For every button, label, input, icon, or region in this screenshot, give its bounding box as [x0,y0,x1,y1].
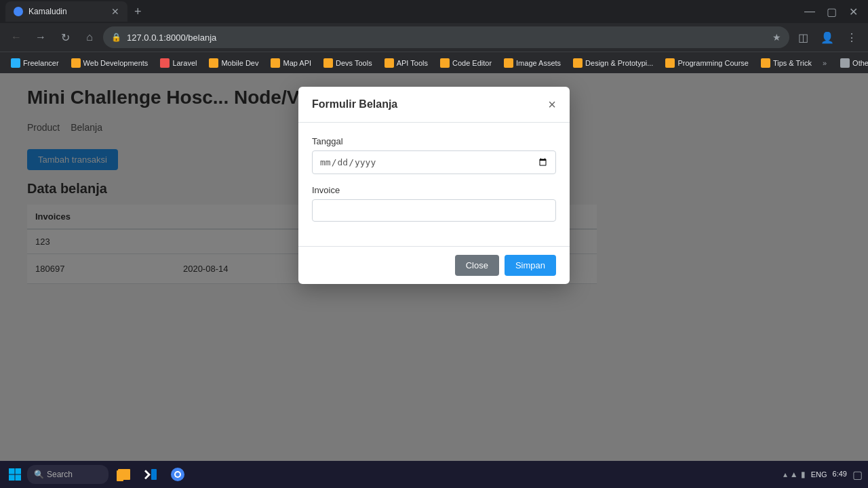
modal-dialog: Formulir Belanja × Tanggal Invoice Close… [298,87,570,284]
taskbar-right: ▴ ▲ ▮ ENG 6:49 ▢ [783,468,863,481]
bookmark-freelancer-icon [11,58,20,68]
clock-time: 6:49 [833,469,847,479]
bookmark-laravel-label: Laravel [172,59,197,67]
bookmark-web-icon [71,58,81,68]
bookmark-web-developments[interactable]: Web Developments [66,57,154,69]
page-background: Mini Challenge Hosc... Node/Vue Manage D… [0,73,868,488]
form-group-tanggal: Tanggal [312,136,556,174]
url-text: 127.0.0.1:8000/belanja [127,33,767,43]
bookmark-code-label: Code Editor [452,59,492,67]
svg-rect-0 [9,468,15,474]
bookmark-star-icon[interactable]: ★ [772,32,781,43]
bookmark-map-icon [271,58,280,68]
new-tab-button[interactable]: + [130,5,146,19]
simpan-button[interactable]: Simpan [505,255,556,276]
taskbar-vscode[interactable] [138,462,163,487]
bookmarks-more-button[interactable]: » [818,58,831,68]
bookmark-api-label: API Tools [397,59,428,67]
close-window-button[interactable]: ✕ [844,2,863,21]
bookmark-code[interactable]: Code Editor [435,57,497,69]
bookmark-other-label: Other bookmarks [852,59,868,67]
bookmark-map-label: Map API [283,59,311,67]
bookmark-tips[interactable]: Tips & Trick [755,57,817,69]
bookmark-image-icon [504,58,513,68]
window-controls: — ▢ ✕ [800,2,863,21]
modal-close-button[interactable]: × [548,98,556,111]
lock-icon: 🔒 [111,33,121,42]
windows-start-button[interactable] [5,465,24,484]
bookmark-tips-icon [761,58,770,68]
svg-rect-5 [118,469,130,480]
bookmark-laravel[interactable]: Laravel [155,57,202,69]
windows-icon [8,468,22,481]
bookmark-image-label: Image Assets [516,59,561,67]
tab-title: Kamaludin [28,7,67,16]
nav-right-controls: ◫ 👤 ⋮ [792,26,863,48]
bookmark-map[interactable]: Map API [265,57,317,69]
invoice-input[interactable] [312,199,556,222]
profile-button[interactable]: 👤 [816,26,838,48]
language-indicator: ENG [811,470,827,479]
address-bar[interactable]: 🔒 127.0.0.1:8000/belanja ★ [103,26,789,48]
reload-button[interactable]: ↻ [54,26,76,48]
vscode-icon [142,466,159,483]
search-icon: 🔍 [34,470,44,479]
bookmark-programming-label: Programming Course [677,59,749,67]
network-icon: ▴ [783,470,787,479]
invoice-label: Invoice [312,185,556,195]
taskbar-clock: 6:49 [833,469,847,479]
bookmark-freelancer[interactable]: Freelancer [5,57,64,69]
form-group-invoice: Invoice [312,185,556,222]
title-bar-left: Kamaludin ✕ + [5,1,146,22]
taskbar-file-explorer[interactable] [111,462,136,487]
minimize-button[interactable]: — [800,2,819,21]
browser-chrome: Kamaludin ✕ + — ▢ ✕ ← → ↻ ⌂ 🔒 127.0.0.1:… [0,0,868,73]
svg-rect-3 [16,475,22,481]
bookmark-design-label: Design & Prototypi... [585,59,653,67]
bookmark-design[interactable]: Design & Prototypi... [568,57,658,69]
show-desktop-button[interactable]: ▢ [852,468,863,481]
home-button[interactable]: ⌂ [79,26,100,48]
bookmark-mobile-icon [209,58,218,68]
bookmark-devs[interactable]: Devs Tools [318,57,378,69]
taskbar-apps [111,462,190,487]
modal-header: Formulir Belanja × [298,87,570,123]
more-options-button[interactable]: ⋮ [841,26,863,48]
tab-favicon [14,7,23,16]
back-button[interactable]: ← [5,26,27,48]
maximize-button[interactable]: ▢ [822,2,841,21]
modal-footer: Close Simpan [298,246,570,284]
bookmark-design-icon [573,58,583,68]
bookmark-mobile-label: Mobile Dev [221,59,258,67]
active-tab[interactable]: Kamaludin ✕ [5,1,127,22]
wifi-icon: ▲ [790,470,798,479]
bookmark-api[interactable]: API Tools [379,57,433,69]
tanggal-input[interactable] [312,150,556,174]
taskbar-chrome[interactable] [165,462,190,487]
svg-rect-6 [151,469,157,480]
bookmark-laravel-icon [160,58,170,68]
bookmark-code-icon [440,58,450,68]
bookmark-image[interactable]: Image Assets [498,57,566,69]
taskbar-search[interactable]: 🔍 Search [27,465,108,484]
bookmark-devs-label: Devs Tools [336,59,372,67]
svg-point-9 [176,472,180,476]
system-tray: ▴ ▲ ▮ [783,470,806,479]
battery-icon: ▮ [801,470,806,479]
bookmark-freelancer-label: Freelancer [23,59,59,67]
bookmark-web-label: Web Developments [83,59,149,67]
bookmark-devs-icon [323,58,333,68]
bookmark-other[interactable]: Other bookmarks [835,57,868,69]
forward-button[interactable]: → [30,26,52,48]
bookmark-mobile[interactable]: Mobile Dev [203,57,264,69]
close-modal-button[interactable]: Close [455,255,499,276]
close-tab-button[interactable]: ✕ [111,6,119,17]
chrome-icon [170,466,186,483]
extensions-button[interactable]: ◫ [792,26,814,48]
modal-body: Tanggal Invoice [298,123,570,246]
svg-rect-2 [9,475,15,481]
bookmark-programming-icon [665,58,675,68]
bookmark-programming[interactable]: Programming Course [660,57,754,69]
svg-rect-1 [16,468,22,474]
bookmark-tips-label: Tips & Trick [773,59,812,67]
